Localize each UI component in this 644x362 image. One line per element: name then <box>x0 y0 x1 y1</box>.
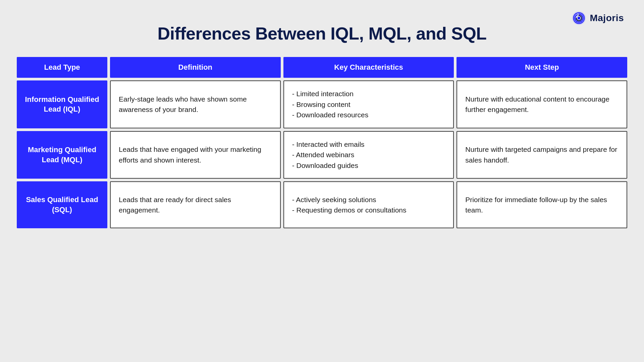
header-definition: Definition <box>110 57 281 78</box>
characteristics-mql-text: - Interacted with emails - Attended webi… <box>292 139 365 171</box>
header-next-step: Next Step <box>457 57 627 78</box>
definition-mql: Leads that have engaged with your market… <box>110 131 281 179</box>
table-row: Sales Qualified Lead (SQL) Leads that ar… <box>17 181 627 228</box>
lead-type-iql: Information Qualified Lead (IQL) <box>17 80 107 128</box>
page-title: Differences Between IQL, MQL, and SQL <box>157 23 486 44</box>
characteristics-mql: - Interacted with emails - Attended webi… <box>283 131 454 179</box>
table-header-row: Lead Type Definition Key Characteristics… <box>17 57 627 78</box>
comparison-table: Lead Type Definition Key Characteristics… <box>17 57 627 228</box>
table-row: Information Qualified Lead (IQL) Early-s… <box>17 80 627 128</box>
table-body: Information Qualified Lead (IQL) Early-s… <box>17 80 627 228</box>
definition-sql: Leads that are ready for direct sales en… <box>110 181 281 228</box>
characteristics-sql: - Actively seeking solutions - Requestin… <box>283 181 454 228</box>
logo-text: Majoris <box>590 13 624 23</box>
header-lead-type: Lead Type <box>17 57 107 78</box>
characteristics-sql-text: - Actively seeking solutions - Requestin… <box>292 194 407 216</box>
logo-area: Majoris <box>572 11 624 25</box>
definition-iql: Early-stage leads who have shown some aw… <box>110 80 281 128</box>
characteristics-iql-text: - Limited interaction - Browsing content… <box>292 88 369 120</box>
nextstep-iql: Nurture with educational content to enco… <box>457 80 627 128</box>
lead-type-sql: Sales Qualified Lead (SQL) <box>17 181 107 228</box>
majoris-logo-icon <box>572 11 586 25</box>
nextstep-sql: Prioritize for immediate follow-up by th… <box>457 181 627 228</box>
page-wrapper: Majoris Differences Between IQL, MQL, an… <box>0 0 644 362</box>
characteristics-iql: - Limited interaction - Browsing content… <box>283 80 454 128</box>
header-key-characteristics: Key Characteristics <box>283 57 454 78</box>
lead-type-mql: Marketing Qualified Lead (MQL) <box>17 131 107 179</box>
svg-point-1 <box>578 17 580 19</box>
nextstep-mql: Nurture with targeted campaigns and prep… <box>457 131 627 179</box>
table-row: Marketing Qualified Lead (MQL) Leads tha… <box>17 131 627 179</box>
